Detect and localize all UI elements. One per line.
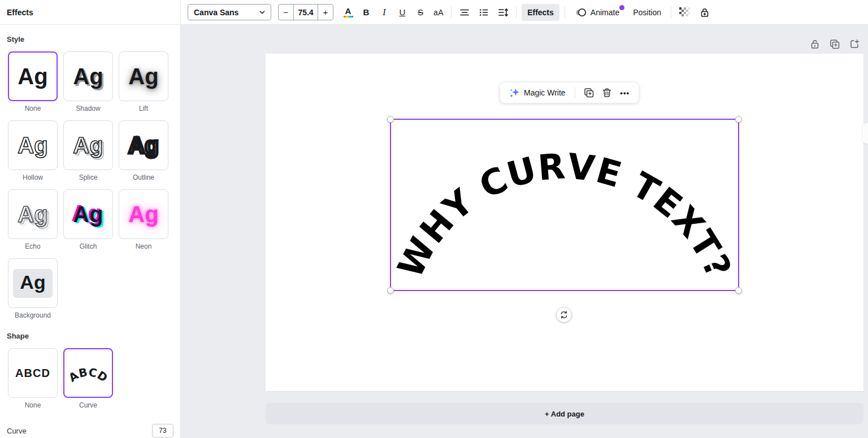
style-preview: Ag	[73, 202, 103, 227]
style-tile-shadow[interactable]: Ag	[63, 51, 113, 101]
font-size-input[interactable]	[293, 5, 318, 20]
rainbow-color-bar	[344, 16, 353, 18]
style-tile-splice[interactable]: Ag	[63, 120, 113, 170]
style-tile-label: Neon	[119, 242, 168, 250]
resize-handle-top-right[interactable]	[735, 116, 742, 123]
transparency-button[interactable]	[676, 4, 692, 21]
style-tile-label: Echo	[8, 242, 58, 250]
curve-control-row: Curve	[0, 424, 180, 437]
style-tile-label: Shadow	[63, 105, 113, 112]
font-family-value: Canva Sans	[194, 8, 238, 17]
panel-title: Effects	[0, 0, 180, 25]
style-preview: Ag	[73, 133, 103, 158]
toolbar-divider	[671, 6, 671, 19]
text-align-button[interactable]	[457, 4, 472, 21]
toolbar-divider	[451, 6, 452, 19]
font-size-stepper: − +	[278, 4, 333, 20]
italic-button[interactable]: I	[377, 4, 392, 21]
shape-tile-curve[interactable]: ABCD	[63, 348, 113, 398]
bold-button[interactable]: B	[359, 4, 374, 21]
style-preview: Ag	[18, 133, 47, 158]
style-preview: Ag	[20, 271, 45, 293]
style-preview: Ag	[128, 133, 158, 158]
design-canvas-area: WHY CURVE TEXT? Magic Write •••	[181, 25, 868, 438]
svg-text:WHY CURVE TEXT?: WHY CURVE TEXT?	[390, 145, 739, 284]
lock-page-icon[interactable]	[809, 38, 821, 50]
shape-tile-none[interactable]: ABCD	[8, 348, 58, 398]
add-page-button[interactable]: + Add page	[266, 403, 863, 424]
style-tile-background[interactable]: Ag	[8, 258, 58, 308]
style-section-label: Style	[0, 25, 180, 45]
spacing-button[interactable]	[495, 4, 511, 21]
add-page-icon[interactable]	[849, 38, 860, 50]
toolbar-divider	[516, 6, 517, 19]
style-tile-grid: Ag None Ag Shadow Ag Lift Ag Hollow Ag	[0, 45, 180, 319]
svg-text:ABCD: ABCD	[66, 365, 110, 384]
strikethrough-button[interactable]: S	[413, 4, 428, 21]
duplicate-element-button[interactable]	[581, 85, 597, 101]
style-tile-label: Background	[8, 311, 58, 319]
more-options-button[interactable]: •••	[617, 85, 633, 101]
element-context-toolbar: Magic Write •••	[500, 83, 639, 103]
resize-handle-top-left[interactable]	[387, 116, 394, 123]
shape-tile-label: None	[8, 401, 58, 409]
text-color-letter: A	[345, 7, 351, 15]
list-button[interactable]	[476, 4, 492, 21]
animate-label: Animate	[591, 8, 619, 17]
increase-font-size-button[interactable]: +	[318, 5, 333, 20]
style-tile-lift[interactable]: Ag	[119, 51, 168, 101]
magic-write-label: Magic Write	[524, 88, 566, 97]
style-preview: Ag	[73, 64, 103, 89]
panel-collapse-handle[interactable]	[863, 123, 868, 144]
position-button[interactable]: Position	[628, 4, 666, 21]
style-tile-echo[interactable]: Ag	[8, 189, 58, 239]
effects-panel: Effects Style Ag None Ag Shadow Ag Lift …	[0, 0, 181, 438]
effects-button[interactable]: Effects	[522, 4, 559, 21]
shape-tile-label: Curve	[63, 401, 113, 409]
shape-section-label: Shape	[0, 319, 180, 341]
style-tile-label: Lift	[119, 105, 168, 112]
style-tile-glitch[interactable]: Ag	[63, 189, 113, 239]
rotate-icon	[560, 311, 568, 319]
style-preview: Ag	[18, 202, 47, 227]
context-toolbar-divider	[575, 87, 575, 98]
style-preview: Ag	[128, 64, 158, 89]
text-toolbar: Canva Sans − + A B I U S aA Effects Anim…	[181, 0, 868, 25]
style-tile-label: Outline	[119, 174, 168, 181]
magic-write-button[interactable]: Magic Write	[506, 88, 569, 98]
curved-abcd-preview: ABCD	[64, 349, 112, 397]
curved-text-element[interactable]: WHY CURVE TEXT?	[390, 119, 739, 291]
text-element-selection[interactable]: WHY CURVE TEXT?	[390, 119, 739, 291]
shape-tile-grid: ABCD None ABCD Curve	[0, 341, 180, 409]
style-tile-label: Splice	[63, 174, 113, 181]
underline-button[interactable]: U	[395, 4, 410, 21]
style-tile-label: Hollow	[8, 174, 58, 181]
style-tile-outline[interactable]: Ag	[119, 120, 168, 170]
style-tile-neon[interactable]: Ag	[119, 189, 168, 239]
animate-button[interactable]: Animate	[570, 4, 624, 21]
style-tile-label: Glitch	[63, 242, 113, 250]
chevron-down-icon	[258, 8, 266, 16]
text-case-button[interactable]: aA	[431, 4, 446, 21]
decrease-font-size-button[interactable]: −	[279, 5, 293, 20]
style-tile-none[interactable]: Ag	[8, 51, 58, 101]
curve-value-input[interactable]	[152, 424, 173, 437]
resize-handle-bottom-left[interactable]	[387, 287, 394, 294]
font-family-select[interactable]: Canva Sans	[188, 4, 271, 20]
text-color-button[interactable]: A	[341, 4, 355, 21]
lock-button[interactable]	[697, 4, 713, 21]
line-spacing-icon	[497, 7, 509, 18]
style-tile-label: None	[8, 105, 58, 112]
lock-icon	[699, 7, 710, 18]
bulleted-list-icon	[478, 7, 489, 18]
style-tile-hollow[interactable]: Ag	[8, 120, 58, 170]
delete-element-button[interactable]	[599, 85, 615, 101]
transparency-checkerboard-icon	[679, 7, 690, 18]
trash-icon	[601, 87, 613, 98]
resize-handle-bottom-right[interactable]	[735, 287, 742, 294]
page-controls	[809, 38, 860, 50]
rotate-handle[interactable]	[556, 307, 572, 323]
new-feature-dot	[619, 5, 624, 10]
style-preview: Ag	[18, 64, 47, 89]
duplicate-page-icon[interactable]	[829, 38, 840, 50]
